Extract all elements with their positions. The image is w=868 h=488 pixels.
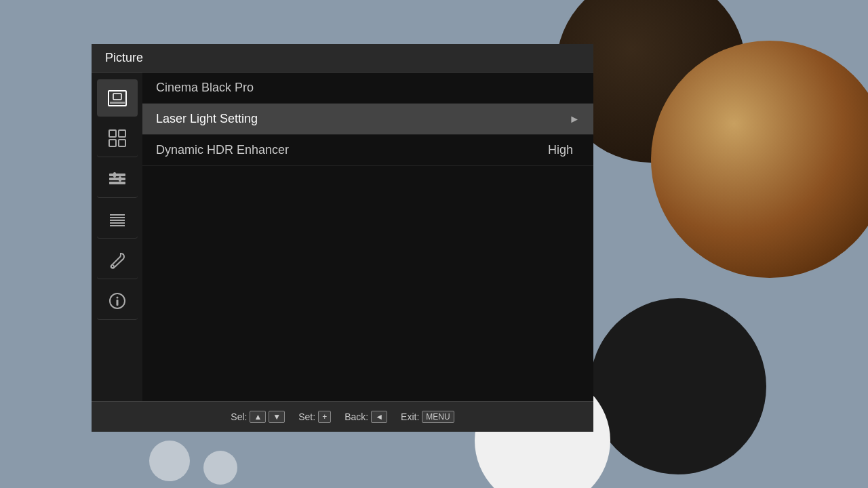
bg-decoration-5 xyxy=(149,441,190,481)
back-key: ◄ xyxy=(371,411,387,423)
sel-label: Sel: xyxy=(231,411,247,422)
back-label: Back: xyxy=(344,411,368,422)
sidebar-item-filter[interactable] xyxy=(97,201,138,239)
menu-title: Picture xyxy=(105,51,143,64)
svg-point-19 xyxy=(116,297,118,299)
sel-up-key: ▲ xyxy=(250,411,266,423)
exit-label: Exit: xyxy=(401,411,419,422)
sidebar-item-picture[interactable] xyxy=(97,79,138,117)
sidebar-item-wrench[interactable] xyxy=(97,242,138,279)
svg-rect-4 xyxy=(119,130,125,137)
menu-item-label: Laser Light Setting xyxy=(156,112,258,126)
sidebar-item-setup[interactable] xyxy=(97,161,138,198)
menu-container: Picture xyxy=(92,44,593,434)
menu-header: Picture xyxy=(92,44,593,73)
bg-decoration-3 xyxy=(590,298,766,474)
svg-point-17 xyxy=(111,265,114,268)
menu-item-laser-light-setting[interactable]: Laser Light Setting ► xyxy=(142,104,593,135)
wrench-icon xyxy=(108,251,126,269)
sidebar xyxy=(92,73,142,401)
exit-key: MENU xyxy=(422,411,454,423)
filter-icon xyxy=(108,211,126,228)
svg-rect-9 xyxy=(109,182,125,184)
svg-rect-8 xyxy=(109,178,125,180)
picture-icon xyxy=(108,90,127,106)
footer-back: Back: ◄ xyxy=(344,411,387,423)
svg-rect-6 xyxy=(119,140,125,146)
aspect-icon xyxy=(108,129,127,148)
svg-rect-20 xyxy=(116,300,118,306)
setup-icon xyxy=(108,170,126,188)
footer-exit: Exit: MENU xyxy=(401,411,454,423)
bg-decoration-6 xyxy=(203,451,237,485)
svg-rect-3 xyxy=(109,130,116,137)
menu-item-value: High xyxy=(548,143,573,157)
svg-rect-7 xyxy=(109,174,125,176)
menu-body: Cinema Black Pro Laser Light Setting ► D… xyxy=(92,73,593,401)
sidebar-item-info[interactable] xyxy=(97,283,138,320)
chevron-right-icon: ► xyxy=(569,113,580,125)
svg-rect-1 xyxy=(110,102,125,104)
menu-item-cinema-black-pro[interactable]: Cinema Black Pro xyxy=(142,73,593,104)
footer-sel: Sel: ▲ ▼ xyxy=(231,411,285,423)
footer-set: Set: + xyxy=(298,411,331,423)
bg-decoration-2 xyxy=(651,41,868,278)
svg-rect-10 xyxy=(113,172,116,178)
svg-rect-2 xyxy=(113,94,121,100)
sidebar-item-aspect[interactable] xyxy=(97,120,138,157)
set-label: Set: xyxy=(298,411,315,422)
menu-item-label: Cinema Black Pro xyxy=(156,81,254,95)
info-icon xyxy=(108,292,126,310)
menu-footer: Sel: ▲ ▼ Set: + Back: ◄ Exit: MENU xyxy=(92,401,593,432)
set-key: + xyxy=(318,411,331,423)
menu-item-label: Dynamic HDR Enhancer xyxy=(156,143,289,157)
sel-down-key: ▼ xyxy=(269,411,285,423)
menu-item-dynamic-hdr-enhancer[interactable]: Dynamic HDR Enhancer High xyxy=(142,135,593,166)
svg-rect-5 xyxy=(109,140,116,146)
content-area: Cinema Black Pro Laser Light Setting ► D… xyxy=(142,73,593,401)
svg-rect-11 xyxy=(119,176,121,182)
